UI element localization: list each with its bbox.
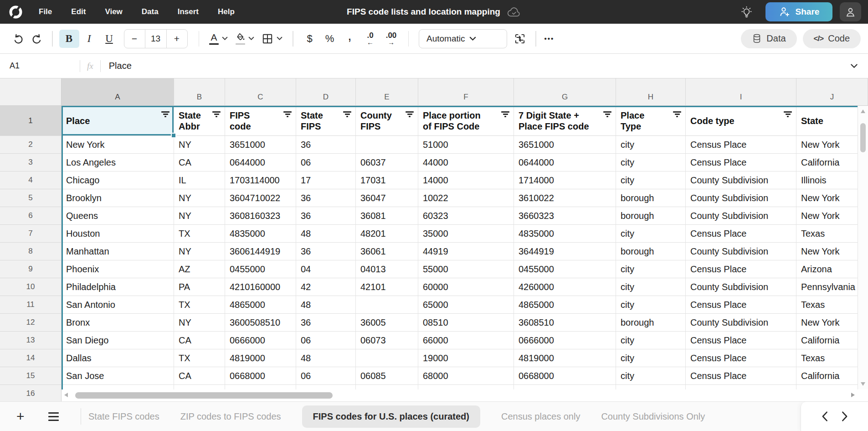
- cell-H13[interactable]: city: [616, 332, 686, 349]
- select-all-corner[interactable]: [0, 78, 62, 106]
- cell-H11[interactable]: city: [616, 296, 686, 314]
- cell-G12[interactable]: 3608510: [514, 314, 616, 332]
- cell-G13[interactable]: 0666000: [514, 332, 616, 349]
- cell-D14[interactable]: 48: [296, 349, 356, 367]
- underline-button[interactable]: U: [99, 30, 119, 48]
- row-header-14[interactable]: 14: [0, 349, 62, 367]
- tabs-scroll-left-chevron-icon[interactable]: [822, 411, 828, 422]
- ideas-lightbulb-icon[interactable]: [737, 3, 755, 21]
- cell-I4[interactable]: County Subdivision: [686, 171, 796, 189]
- column-header-C[interactable]: C: [225, 78, 296, 106]
- redo-button[interactable]: [27, 30, 46, 48]
- cell-G6[interactable]: 3660323: [514, 207, 616, 225]
- header-cell-B1[interactable]: StateAbbr: [174, 106, 225, 136]
- cell-A9[interactable]: Phoenix: [62, 260, 174, 278]
- cell-G10[interactable]: 4260000: [514, 278, 616, 296]
- scroll-up-arrow-icon[interactable]: [861, 109, 865, 113]
- more-options-button[interactable]: •••: [543, 35, 556, 42]
- cell-G14[interactable]: 4819000: [514, 349, 616, 367]
- cell-D10[interactable]: 42: [296, 278, 356, 296]
- cell-F15[interactable]: 68000: [418, 367, 514, 385]
- tabs-scroll-right-chevron-icon[interactable]: [842, 411, 848, 422]
- cell-E11[interactable]: [356, 296, 418, 314]
- cell-B11[interactable]: TX: [174, 296, 225, 314]
- header-cell-I1[interactable]: Code type: [686, 106, 796, 136]
- cell-B4[interactable]: IL: [174, 171, 225, 189]
- account-avatar-button[interactable]: [840, 2, 861, 21]
- cell-B13[interactable]: CA: [174, 332, 225, 349]
- row-header-1[interactable]: 1: [0, 106, 62, 136]
- font-size-decrease-button[interactable]: −: [124, 30, 145, 48]
- cell-H3[interactable]: city: [616, 154, 686, 171]
- cell-C3[interactable]: 0644000: [225, 154, 296, 171]
- cell-G5[interactable]: 3610022: [514, 189, 616, 207]
- code-panel-button[interactable]: </> Code: [803, 29, 861, 48]
- cell-I5[interactable]: County Subdivision: [686, 189, 796, 207]
- italic-button[interactable]: I: [79, 30, 99, 48]
- cell-I6[interactable]: County Subdivision: [686, 207, 796, 225]
- cell-E15[interactable]: 06085: [356, 367, 418, 385]
- cell-F13[interactable]: 66000: [418, 332, 514, 349]
- cell-D9[interactable]: 04: [296, 260, 356, 278]
- cell-A11[interactable]: San Antonio: [62, 296, 174, 314]
- cell-F2[interactable]: 51000: [418, 136, 514, 154]
- cell-F10[interactable]: 60000: [418, 278, 514, 296]
- cell-C6[interactable]: 3608160323: [225, 207, 296, 225]
- horizontal-scrollbar-thumb[interactable]: [75, 392, 333, 399]
- filter-icon[interactable]: [501, 111, 509, 117]
- cell-A10[interactable]: Philadelphia: [62, 278, 174, 296]
- formula-bar-expand-chevron-icon[interactable]: [850, 63, 858, 68]
- cell-D3[interactable]: 06: [296, 154, 356, 171]
- cell-A12[interactable]: Bronx: [62, 314, 174, 332]
- filter-icon[interactable]: [603, 111, 611, 117]
- menu-file[interactable]: File: [39, 7, 52, 16]
- filter-icon[interactable]: [212, 111, 221, 117]
- column-header-F[interactable]: F: [418, 78, 514, 106]
- cell-G11[interactable]: 4865000: [514, 296, 616, 314]
- cell-C4[interactable]: 1703114000: [225, 171, 296, 189]
- cell-H9[interactable]: city: [616, 260, 686, 278]
- filter-icon[interactable]: [161, 111, 169, 117]
- row-header-15[interactable]: 15: [0, 367, 62, 385]
- chevron-down-icon[interactable]: [277, 36, 282, 41]
- cell-F11[interactable]: 65000: [418, 296, 514, 314]
- header-cell-H1[interactable]: PlaceType: [616, 106, 686, 136]
- cell-F14[interactable]: 19000: [418, 349, 514, 367]
- header-cell-E1[interactable]: CountyFIPS: [356, 106, 418, 136]
- cell-I7[interactable]: Census Place: [686, 225, 796, 243]
- filter-icon[interactable]: [784, 111, 792, 117]
- cell-D8[interactable]: 36: [296, 243, 356, 260]
- header-cell-D1[interactable]: StateFIPS: [296, 106, 356, 136]
- font-size-increase-button[interactable]: +: [167, 30, 187, 48]
- filter-icon[interactable]: [673, 111, 681, 117]
- cell-B3[interactable]: CA: [174, 154, 225, 171]
- cell-E6[interactable]: 36081: [356, 207, 418, 225]
- scroll-left-arrow-icon[interactable]: [64, 393, 68, 397]
- cell-E12[interactable]: 36005: [356, 314, 418, 332]
- cell-I10[interactable]: County Subdivision: [686, 278, 796, 296]
- cell-E10[interactable]: 42101: [356, 278, 418, 296]
- cell-D15[interactable]: 06: [296, 367, 356, 385]
- cell-G8[interactable]: 3644919: [514, 243, 616, 260]
- autofit-button[interactable]: [511, 30, 529, 48]
- cell-E8[interactable]: 36061: [356, 243, 418, 260]
- cell-D7[interactable]: 48: [296, 225, 356, 243]
- cell-C9[interactable]: 0455000: [225, 260, 296, 278]
- comma-format-button[interactable]: ,: [340, 30, 360, 48]
- sheet-tab-1[interactable]: State FIPS codes: [88, 411, 159, 422]
- cell-I11[interactable]: Census Place: [686, 296, 796, 314]
- cell-D6[interactable]: 36: [296, 207, 356, 225]
- cell-C7[interactable]: 4835000: [225, 225, 296, 243]
- cell-C11[interactable]: 4865000: [225, 296, 296, 314]
- share-button[interactable]: Share: [765, 2, 832, 21]
- cell-B12[interactable]: NY: [174, 314, 225, 332]
- cell-C12[interactable]: 3600508510: [225, 314, 296, 332]
- cell-B9[interactable]: AZ: [174, 260, 225, 278]
- cell-C10[interactable]: 4210160000: [225, 278, 296, 296]
- row-header-4[interactable]: 4: [0, 171, 62, 189]
- cell-B2[interactable]: NY: [174, 136, 225, 154]
- cell-H8[interactable]: borough: [616, 243, 686, 260]
- currency-format-button[interactable]: $: [300, 30, 320, 48]
- cell-G2[interactable]: 3651000: [514, 136, 616, 154]
- cell-F6[interactable]: 60323: [418, 207, 514, 225]
